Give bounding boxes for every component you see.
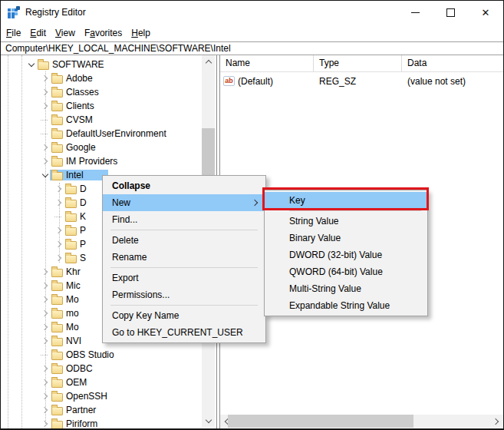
tree-item-classes[interactable]: Classes xyxy=(1,85,216,99)
chevron-right-icon[interactable] xyxy=(54,184,64,194)
folder-icon xyxy=(51,172,63,180)
chevron-right-icon[interactable] xyxy=(41,281,50,290)
chevron-right-icon[interactable] xyxy=(41,295,50,304)
menu-view[interactable]: View xyxy=(51,25,80,41)
tree-item-clients[interactable]: Clients xyxy=(1,99,216,113)
tree-item-label: SOFTWARE xyxy=(52,59,104,70)
submenu-expandable-string-value[interactable]: Expandable String Value xyxy=(265,297,427,314)
tree-item-label: NVI xyxy=(66,336,81,346)
address-bar[interactable]: Computer\HKEY_LOCAL_MACHINE\SOFTWARE\Int… xyxy=(1,41,503,55)
tree-item-odbc[interactable]: ODBC xyxy=(1,362,216,375)
registry-editor-icon xyxy=(8,6,20,18)
registry-editor-window: Registry Editor ✕ File Edit View Favorit… xyxy=(0,0,504,430)
folder-icon xyxy=(38,61,49,70)
chevron-right-icon[interactable] xyxy=(41,322,50,332)
tree-item-partner[interactable]: Partner xyxy=(1,403,216,417)
scroll-right-arrow[interactable] xyxy=(489,415,502,428)
chevron-right-icon[interactable] xyxy=(41,101,50,111)
chevron-right-icon[interactable] xyxy=(41,336,50,346)
tree-item-label: Partner xyxy=(66,405,96,415)
tree-item-obs-studio[interactable]: OBS Studio xyxy=(1,348,216,362)
menu-help[interactable]: Help xyxy=(127,25,155,41)
tree-item-software[interactable]: SOFTWARE xyxy=(1,58,216,71)
column-header-type[interactable]: Type xyxy=(314,55,402,71)
folder-icon xyxy=(65,213,77,222)
menu-separator xyxy=(110,267,258,268)
chevron-right-icon[interactable] xyxy=(54,226,64,235)
chevron-right-icon[interactable] xyxy=(41,392,50,401)
minimize-button[interactable] xyxy=(397,1,433,24)
tree-item-cvsm[interactable]: CVSM xyxy=(1,113,216,127)
tree-item-defaultuserenvironment[interactable]: DefaultUserEnvironment xyxy=(1,127,216,141)
folder-icon xyxy=(51,352,63,360)
context-menu-go-to-hkcu[interactable]: Go to HKEY_CURRENT_USER xyxy=(103,324,265,341)
chevron-right-icon[interactable] xyxy=(41,364,50,373)
chevron-right-icon[interactable] xyxy=(54,253,64,263)
tree-item-label: Khr xyxy=(66,266,81,277)
chevron-down-icon[interactable] xyxy=(27,60,36,69)
scroll-up-arrow[interactable] xyxy=(202,55,215,68)
maximize-button[interactable] xyxy=(433,1,468,24)
tree-item-openssh[interactable]: OpenSSH xyxy=(1,389,216,403)
column-header-name[interactable]: Name xyxy=(220,55,314,71)
values-horizontal-scrollbar[interactable] xyxy=(220,415,503,428)
chevron-right-icon[interactable] xyxy=(41,419,50,428)
tree-item-label: Google xyxy=(66,142,96,153)
submenu-multi-string-value[interactable]: Multi-String Value xyxy=(265,280,427,297)
context-menu-collapse[interactable]: Collapse xyxy=(103,177,265,194)
folder-icon xyxy=(51,310,63,319)
menu-favorites[interactable]: Favorites xyxy=(80,25,127,41)
tree-item-oem[interactable]: OEM xyxy=(1,375,216,389)
chevron-right-icon[interactable] xyxy=(41,74,50,83)
folder-icon xyxy=(51,75,63,84)
no-chevron xyxy=(41,350,50,359)
tree-item-piriform[interactable]: Piriform xyxy=(1,417,216,428)
no-chevron xyxy=(41,129,50,138)
chevron-right-icon[interactable] xyxy=(41,378,50,387)
context-menu-new[interactable]: New xyxy=(103,194,265,211)
no-chevron xyxy=(41,115,50,124)
menu-edit[interactable]: Edit xyxy=(25,25,51,41)
chevron-right-icon[interactable] xyxy=(41,157,50,166)
chevron-down-icon[interactable] xyxy=(41,170,50,180)
scroll-down-arrow[interactable] xyxy=(202,414,215,427)
folder-icon xyxy=(65,200,77,208)
chevron-right-icon[interactable] xyxy=(54,198,64,207)
chevron-right-icon[interactable] xyxy=(41,309,50,318)
context-menu-permissions[interactable]: Permissions... xyxy=(103,286,265,303)
context-menu-delete[interactable]: Delete xyxy=(103,232,265,249)
close-button[interactable]: ✕ xyxy=(468,1,503,24)
chevron-right-icon[interactable] xyxy=(41,405,50,415)
close-icon: ✕ xyxy=(482,8,490,18)
folder-icon xyxy=(51,324,63,332)
value-name: (Default) xyxy=(238,76,273,87)
tree-item-label: Piriform xyxy=(66,418,97,428)
scrollbar-thumb[interactable] xyxy=(228,415,413,428)
column-header-data[interactable]: Data xyxy=(402,55,503,71)
chevron-right-icon[interactable] xyxy=(41,143,50,152)
value-row-default[interactable]: ab (Default) REG_SZ (value not set) xyxy=(220,74,503,88)
maximize-icon xyxy=(446,8,455,17)
context-menu-export[interactable]: Export xyxy=(103,270,265,286)
chevron-right-icon[interactable] xyxy=(41,88,50,97)
submenu-binary-value[interactable]: Binary Value xyxy=(265,230,427,246)
context-menu-find[interactable]: Find... xyxy=(103,211,265,228)
menu-file[interactable]: File xyxy=(2,25,25,41)
context-menu: Collapse New Find... Delete Rename Expor… xyxy=(102,175,266,343)
context-menu-rename[interactable]: Rename xyxy=(103,249,265,266)
tree-item-adobe[interactable]: Adobe xyxy=(1,71,216,85)
minimize-icon xyxy=(411,12,420,13)
submenu-dword-value[interactable]: DWORD (32-bit) Value xyxy=(265,246,427,263)
folder-icon xyxy=(51,89,63,98)
folder-icon xyxy=(51,131,63,139)
submenu-string-value[interactable]: String Value xyxy=(265,213,427,230)
context-menu-copy-key-name[interactable]: Copy Key Name xyxy=(103,307,265,324)
chevron-right-icon[interactable] xyxy=(41,267,50,276)
tree-item-im-providers[interactable]: IM Providers xyxy=(1,154,216,168)
tree-item-google[interactable]: Google xyxy=(1,141,216,154)
chevron-right-icon[interactable] xyxy=(54,240,64,249)
tree-item-label: OBS Studio xyxy=(66,349,114,360)
submenu-qword-value[interactable]: QWORD (64-bit) Value xyxy=(265,263,427,280)
submenu-key[interactable]: Key xyxy=(265,192,427,209)
folder-icon xyxy=(51,117,63,125)
